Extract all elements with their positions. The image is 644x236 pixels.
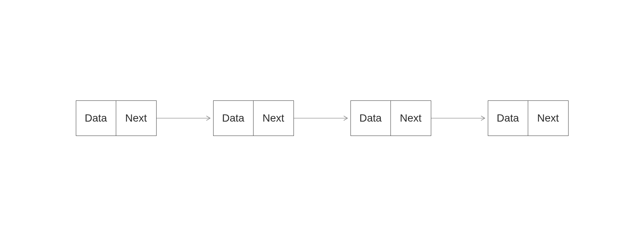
node-next-cell: Next xyxy=(391,101,431,136)
node-data-cell: Data xyxy=(351,101,391,136)
node-data-cell: Data xyxy=(214,101,254,136)
arrow-icon xyxy=(431,114,488,122)
list-node: Data Next xyxy=(213,100,294,136)
list-node: Data Next xyxy=(76,100,157,136)
node-data-cell: Data xyxy=(488,101,528,136)
node-next-cell: Next xyxy=(254,101,294,136)
node-data-cell: Data xyxy=(76,101,116,136)
node-next-cell: Next xyxy=(528,101,568,136)
list-node: Data Next xyxy=(350,100,431,136)
arrow-icon xyxy=(157,114,213,122)
list-node: Data Next xyxy=(488,100,569,136)
arrow-icon xyxy=(294,114,350,122)
node-next-cell: Next xyxy=(116,101,156,136)
linked-list-diagram: Data Next Data Next Data Next Data Next xyxy=(76,100,569,136)
